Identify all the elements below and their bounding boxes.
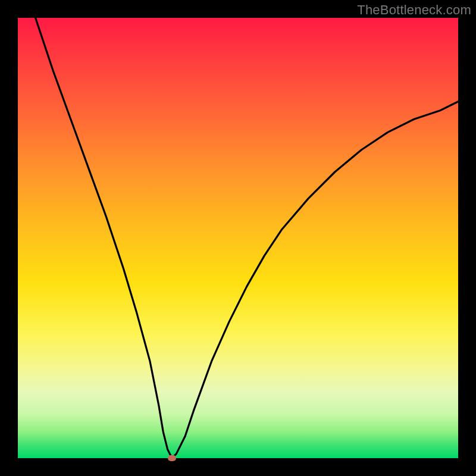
curve-svg: [18, 18, 458, 458]
chart-frame: TheBottleneck.com: [0, 0, 476, 476]
minimum-marker: [168, 455, 176, 461]
bottleneck-curve: [36, 18, 458, 458]
plot-area: [18, 18, 458, 458]
watermark-text: TheBottleneck.com: [357, 2, 471, 18]
